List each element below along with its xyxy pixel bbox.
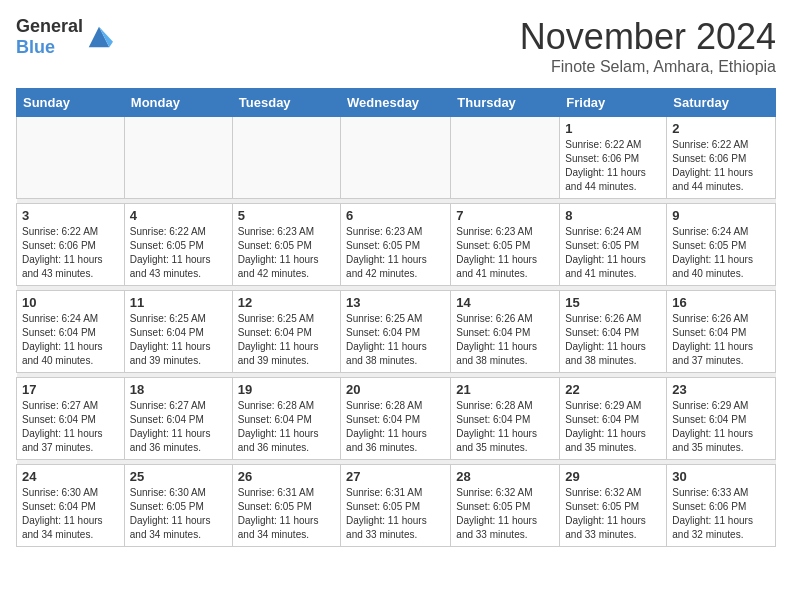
- day-cell: 15Sunrise: 6:26 AMSunset: 6:04 PMDayligh…: [560, 291, 667, 373]
- day-info: Sunrise: 6:30 AMSunset: 6:04 PMDaylight:…: [22, 486, 119, 542]
- day-info: Sunrise: 6:27 AMSunset: 6:04 PMDaylight:…: [130, 399, 227, 455]
- week-row-2: 3Sunrise: 6:22 AMSunset: 6:06 PMDaylight…: [17, 204, 776, 286]
- day-info: Sunrise: 6:26 AMSunset: 6:04 PMDaylight:…: [672, 312, 770, 368]
- daylight-text: Daylight: 11 hours and 35 minutes.: [565, 428, 646, 453]
- day-info: Sunrise: 6:32 AMSunset: 6:05 PMDaylight:…: [565, 486, 661, 542]
- day-info: Sunrise: 6:28 AMSunset: 6:04 PMDaylight:…: [346, 399, 445, 455]
- sunset-text: Sunset: 6:04 PM: [456, 414, 530, 425]
- sunset-text: Sunset: 6:05 PM: [130, 240, 204, 251]
- day-number: 20: [346, 382, 445, 397]
- day-cell: 19Sunrise: 6:28 AMSunset: 6:04 PMDayligh…: [232, 378, 340, 460]
- daylight-text: Daylight: 11 hours and 43 minutes.: [22, 254, 103, 279]
- day-number: 23: [672, 382, 770, 397]
- sunrise-text: Sunrise: 6:23 AM: [456, 226, 532, 237]
- day-info: Sunrise: 6:29 AMSunset: 6:04 PMDaylight:…: [672, 399, 770, 455]
- logo-icon: [85, 23, 113, 51]
- sunset-text: Sunset: 6:05 PM: [130, 501, 204, 512]
- daylight-text: Daylight: 11 hours and 39 minutes.: [238, 341, 319, 366]
- day-cell: 9Sunrise: 6:24 AMSunset: 6:05 PMDaylight…: [667, 204, 776, 286]
- day-number: 16: [672, 295, 770, 310]
- week-row-5: 24Sunrise: 6:30 AMSunset: 6:04 PMDayligh…: [17, 465, 776, 547]
- week-row-3: 10Sunrise: 6:24 AMSunset: 6:04 PMDayligh…: [17, 291, 776, 373]
- sunset-text: Sunset: 6:04 PM: [565, 414, 639, 425]
- day-number: 11: [130, 295, 227, 310]
- day-info: Sunrise: 6:22 AMSunset: 6:05 PMDaylight:…: [130, 225, 227, 281]
- sunrise-text: Sunrise: 6:28 AM: [456, 400, 532, 411]
- location-subtitle: Finote Selam, Amhara, Ethiopia: [520, 58, 776, 76]
- sunset-text: Sunset: 6:04 PM: [672, 327, 746, 338]
- daylight-text: Daylight: 11 hours and 43 minutes.: [130, 254, 211, 279]
- sunset-text: Sunset: 6:05 PM: [456, 501, 530, 512]
- daylight-text: Daylight: 11 hours and 44 minutes.: [672, 167, 753, 192]
- sunset-text: Sunset: 6:06 PM: [672, 153, 746, 164]
- day-cell: 29Sunrise: 6:32 AMSunset: 6:05 PMDayligh…: [560, 465, 667, 547]
- calendar-page: General Blue November 2024 Finote Selam,…: [0, 0, 792, 563]
- day-cell: 3Sunrise: 6:22 AMSunset: 6:06 PMDaylight…: [17, 204, 125, 286]
- day-number: 3: [22, 208, 119, 223]
- day-cell: 27Sunrise: 6:31 AMSunset: 6:05 PMDayligh…: [341, 465, 451, 547]
- sunrise-text: Sunrise: 6:24 AM: [672, 226, 748, 237]
- sunset-text: Sunset: 6:04 PM: [672, 414, 746, 425]
- daylight-text: Daylight: 11 hours and 34 minutes.: [22, 515, 103, 540]
- sunrise-text: Sunrise: 6:29 AM: [672, 400, 748, 411]
- sunset-text: Sunset: 6:04 PM: [346, 414, 420, 425]
- day-number: 19: [238, 382, 335, 397]
- daylight-text: Daylight: 11 hours and 34 minutes.: [238, 515, 319, 540]
- daylight-text: Daylight: 11 hours and 40 minutes.: [672, 254, 753, 279]
- col-friday: Friday: [560, 89, 667, 117]
- sunrise-text: Sunrise: 6:25 AM: [238, 313, 314, 324]
- sunrise-text: Sunrise: 6:32 AM: [565, 487, 641, 498]
- day-info: Sunrise: 6:25 AMSunset: 6:04 PMDaylight:…: [130, 312, 227, 368]
- day-number: 14: [456, 295, 554, 310]
- day-cell: 23Sunrise: 6:29 AMSunset: 6:04 PMDayligh…: [667, 378, 776, 460]
- day-cell: [341, 117, 451, 199]
- day-info: Sunrise: 6:22 AMSunset: 6:06 PMDaylight:…: [22, 225, 119, 281]
- day-info: Sunrise: 6:24 AMSunset: 6:05 PMDaylight:…: [565, 225, 661, 281]
- day-number: 1: [565, 121, 661, 136]
- col-thursday: Thursday: [451, 89, 560, 117]
- day-cell: 8Sunrise: 6:24 AMSunset: 6:05 PMDaylight…: [560, 204, 667, 286]
- sunset-text: Sunset: 6:04 PM: [130, 414, 204, 425]
- day-info: Sunrise: 6:30 AMSunset: 6:05 PMDaylight:…: [130, 486, 227, 542]
- sunset-text: Sunset: 6:05 PM: [565, 240, 639, 251]
- sunrise-text: Sunrise: 6:22 AM: [565, 139, 641, 150]
- day-cell: 28Sunrise: 6:32 AMSunset: 6:05 PMDayligh…: [451, 465, 560, 547]
- sunset-text: Sunset: 6:05 PM: [565, 501, 639, 512]
- sunset-text: Sunset: 6:04 PM: [22, 414, 96, 425]
- day-cell: 20Sunrise: 6:28 AMSunset: 6:04 PMDayligh…: [341, 378, 451, 460]
- day-number: 7: [456, 208, 554, 223]
- sunset-text: Sunset: 6:04 PM: [22, 327, 96, 338]
- week-row-1: 1Sunrise: 6:22 AMSunset: 6:06 PMDaylight…: [17, 117, 776, 199]
- day-info: Sunrise: 6:23 AMSunset: 6:05 PMDaylight:…: [346, 225, 445, 281]
- day-number: 28: [456, 469, 554, 484]
- day-info: Sunrise: 6:23 AMSunset: 6:05 PMDaylight:…: [456, 225, 554, 281]
- sunset-text: Sunset: 6:04 PM: [238, 414, 312, 425]
- sunset-text: Sunset: 6:04 PM: [130, 327, 204, 338]
- daylight-text: Daylight: 11 hours and 32 minutes.: [672, 515, 753, 540]
- daylight-text: Daylight: 11 hours and 36 minutes.: [346, 428, 427, 453]
- sunrise-text: Sunrise: 6:29 AM: [565, 400, 641, 411]
- sunrise-text: Sunrise: 6:25 AM: [130, 313, 206, 324]
- sunrise-text: Sunrise: 6:26 AM: [456, 313, 532, 324]
- day-number: 15: [565, 295, 661, 310]
- day-number: 24: [22, 469, 119, 484]
- day-cell: 14Sunrise: 6:26 AMSunset: 6:04 PMDayligh…: [451, 291, 560, 373]
- day-info: Sunrise: 6:22 AMSunset: 6:06 PMDaylight:…: [672, 138, 770, 194]
- day-number: 25: [130, 469, 227, 484]
- page-header: General Blue November 2024 Finote Selam,…: [16, 16, 776, 76]
- day-info: Sunrise: 6:33 AMSunset: 6:06 PMDaylight:…: [672, 486, 770, 542]
- day-info: Sunrise: 6:24 AMSunset: 6:04 PMDaylight:…: [22, 312, 119, 368]
- daylight-text: Daylight: 11 hours and 33 minutes.: [565, 515, 646, 540]
- col-tuesday: Tuesday: [232, 89, 340, 117]
- day-number: 22: [565, 382, 661, 397]
- daylight-text: Daylight: 11 hours and 44 minutes.: [565, 167, 646, 192]
- day-info: Sunrise: 6:25 AMSunset: 6:04 PMDaylight:…: [346, 312, 445, 368]
- day-cell: 1Sunrise: 6:22 AMSunset: 6:06 PMDaylight…: [560, 117, 667, 199]
- day-info: Sunrise: 6:31 AMSunset: 6:05 PMDaylight:…: [238, 486, 335, 542]
- weekday-header-row: Sunday Monday Tuesday Wednesday Thursday…: [17, 89, 776, 117]
- daylight-text: Daylight: 11 hours and 36 minutes.: [130, 428, 211, 453]
- sunset-text: Sunset: 6:06 PM: [565, 153, 639, 164]
- sunset-text: Sunset: 6:04 PM: [565, 327, 639, 338]
- sunrise-text: Sunrise: 6:33 AM: [672, 487, 748, 498]
- daylight-text: Daylight: 11 hours and 36 minutes.: [238, 428, 319, 453]
